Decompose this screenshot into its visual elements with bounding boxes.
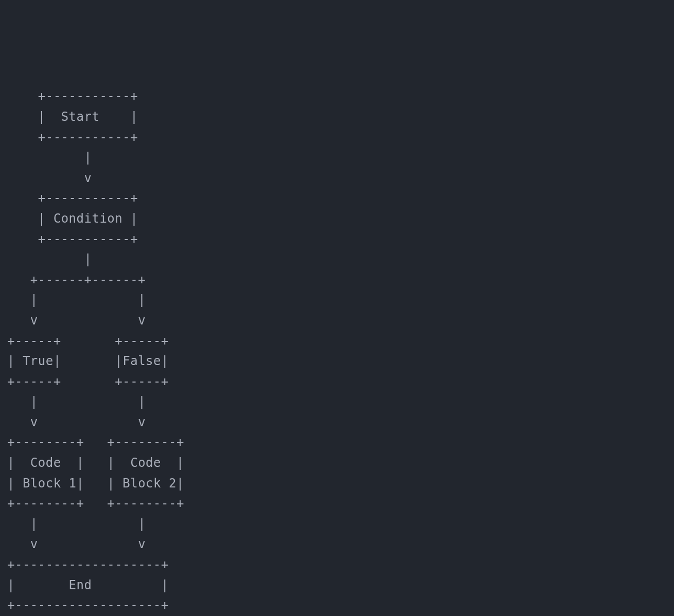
diagram-line-10: | | xyxy=(7,293,146,307)
diagram-line-12: +-----+ +-----+ xyxy=(7,334,169,348)
diagram-line-23: +-------------------+ xyxy=(7,557,169,572)
diagram-line-16: v v xyxy=(7,415,146,429)
diagram-line-6: | Condition | xyxy=(7,211,138,226)
ascii-flowchart: +-----------+ | Start | +-----------+ | … xyxy=(7,86,667,615)
diagram-line-7: +-----------+ xyxy=(7,232,138,246)
diagram-line-20: +--------+ +--------+ xyxy=(7,496,184,511)
diagram-line-9: +------+------+ xyxy=(7,273,146,287)
diagram-line-13: | True| |False| xyxy=(7,354,169,368)
diagram-line-2: +-----------+ xyxy=(7,130,138,144)
diagram-line-14: +-----+ +-----+ xyxy=(7,374,169,389)
diagram-line-1: | Start | xyxy=(7,110,138,124)
diagram-line-4: v xyxy=(7,171,92,185)
diagram-line-8: | xyxy=(7,252,92,266)
diagram-line-11: v v xyxy=(7,313,146,328)
diagram-line-17: +--------+ +--------+ xyxy=(7,435,184,449)
diagram-line-19: | Block 1| | Block 2| xyxy=(7,476,184,491)
diagram-line-0: +-----------+ xyxy=(7,89,138,103)
diagram-line-3: | xyxy=(7,150,92,165)
diagram-line-24: | End | xyxy=(7,578,169,592)
diagram-line-25: +-------------------+ xyxy=(7,598,169,612)
diagram-line-22: v v xyxy=(7,537,146,551)
diagram-line-15: | | xyxy=(7,394,146,409)
diagram-line-18: | Code | | Code | xyxy=(7,456,184,470)
diagram-line-5: +-----------+ xyxy=(7,191,138,205)
diagram-line-21: | | xyxy=(7,517,146,531)
